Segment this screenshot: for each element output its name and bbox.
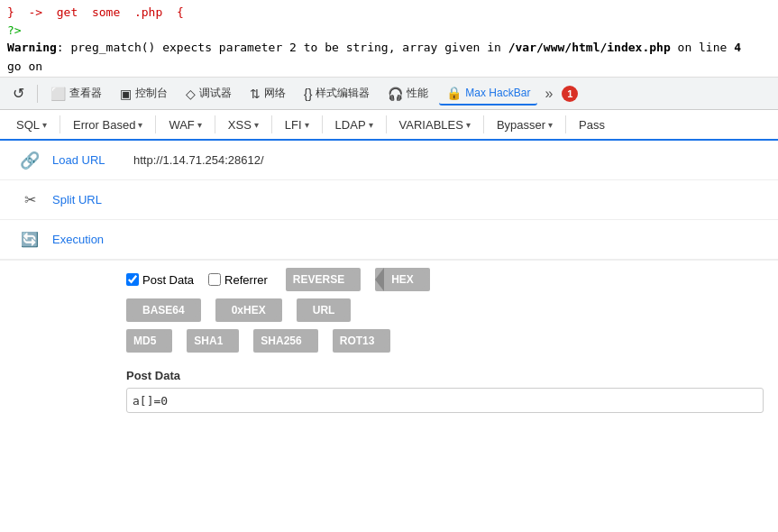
xss-menu[interactable]: XSS ▾ [219,113,268,137]
url-btn[interactable]: URL [297,298,352,322]
console-btn[interactable]: ▣ 控制台 [113,82,175,105]
referrer-checkbox[interactable] [208,273,221,286]
bypasser-arrow: ▾ [548,120,553,130]
more-tools-btn[interactable]: » [541,84,556,104]
error-based-label: Error Based [73,118,135,132]
console-label: 控制台 [135,86,168,101]
menu-sep4 [271,115,272,133]
lfi-menu[interactable]: LFI ▾ [276,113,318,137]
ldap-arrow: ▾ [369,120,373,130]
rot13-label: ROT13 [333,335,382,347]
split-url-icon: ✂ [24,191,36,208]
btn-row-2: BASE64 0xHEX URL [126,298,764,322]
inspector-icon: ⬜ [50,87,66,101]
url-arrow-right [342,298,351,322]
debugger-icon: ◇ [186,87,196,101]
reverse-arrow [352,268,361,291]
warning-line-label: on line [671,41,734,54]
bypasser-label: Bypasser [497,118,545,132]
sha256-arrow [309,329,318,353]
network-label: 网络 [264,86,286,101]
debugger-btn[interactable]: ◇ 调试器 [178,82,239,105]
post-data-btn-label: Post Data [142,273,194,287]
performance-btn[interactable]: 🎧 性能 [380,82,435,105]
toolbar-sep1 [37,85,38,103]
url-label: URL [306,304,343,316]
go-on: go on [7,58,771,76]
network-icon: ⇅ [250,87,261,101]
style-icon: {} [304,87,312,101]
ldap-label: LDAP [335,118,366,132]
bypasser-menu[interactable]: Bypasser ▾ [488,113,562,137]
main-content: 🔗 Load URL ✂ Split URL 🔄 Execution Post … [0,141,778,422]
sha256-label: SHA256 [253,335,308,347]
network-btn[interactable]: ⇅ 网络 [243,82,293,105]
split-url-label[interactable]: Split URL [52,193,133,206]
rot13-arrow [381,329,390,353]
reverse-btn[interactable]: REVERSE [286,268,361,291]
warning-line: Warning: preg_match() expects parameter … [7,39,771,58]
execution-icon: 🔄 [21,231,39,248]
reverse-label: REVERSE [286,273,352,286]
md5-btn[interactable]: MD5 [126,329,172,353]
referrer-btn-label: Referrer [224,273,268,287]
sql-menu[interactable]: SQL ▾ [7,113,56,137]
base64-arrow-right [192,298,201,322]
base64-label: BASE64 [135,304,192,316]
load-url-row: 🔗 Load URL [0,141,778,180]
base64-btn[interactable]: BASE64 [126,298,201,322]
error-based-arrow: ▾ [138,120,142,130]
browser-toolbar: ↺ ⬜ 查看器 ▣ 控制台 ◇ 调试器 ⇅ 网络 {} 样式编辑器 🎧 性能 🔒… [0,78,778,110]
post-data-section-label: Post Data [126,369,764,382]
hex-arrow-left [375,268,384,291]
php-close: ?> [7,22,771,40]
pass-menu[interactable]: Pass [570,113,614,137]
sql-label: SQL [16,118,40,132]
rot13-btn[interactable]: ROT13 [333,329,391,353]
sha1-arrow [230,329,239,353]
referrer-checkbox-label[interactable]: Referrer [208,273,268,287]
menu-sep2 [155,115,156,133]
pass-label: Pass [579,118,605,132]
execution-row: 🔄 Execution [0,220,778,260]
lfi-arrow: ▾ [305,120,309,130]
execution-label[interactable]: Execution [52,233,133,246]
variables-menu[interactable]: VARIABLES ▾ [390,113,480,137]
refresh-icon[interactable]: ↺ [5,81,32,105]
hackbar-btn[interactable]: 🔒 Max HackBar [439,82,537,105]
sha1-btn[interactable]: SHA1 [187,329,239,353]
split-url-row: ✂ Split URL [0,180,778,220]
hex-btn[interactable]: HEX [375,268,430,291]
post-data-checkbox[interactable] [126,273,139,286]
load-url-label[interactable]: Load URL [52,153,133,167]
load-url-icon: 🔗 [20,151,40,170]
error-based-menu[interactable]: Error Based ▾ [64,113,151,137]
code-area: } -> get some .php { ?> Warning: preg_ma… [0,0,778,78]
md5-arrow [163,329,172,353]
inspector-btn[interactable]: ⬜ 查看器 [43,82,109,105]
xss-label: XSS [228,118,252,132]
btn-row-1: Post Data Referrer REVERSE HEX [126,268,764,291]
0xhex-btn[interactable]: 0xHEX [215,298,282,322]
sha256-btn[interactable]: SHA256 [253,329,317,353]
hackbar-icon: 🔒 [446,86,462,100]
inspector-label: 查看器 [69,86,102,101]
warning-line-num: 4 [734,41,741,54]
load-url-input[interactable] [133,153,771,167]
menu-sep7 [483,115,484,133]
waf-menu[interactable]: WAF ▾ [160,113,210,137]
menu-sep3 [215,115,215,133]
style-editor-btn[interactable]: {} 样式编辑器 [297,82,377,105]
md5-label: MD5 [126,335,163,347]
base64-arrow-left [126,298,135,322]
split-url-icon-cell: ✂ [7,191,52,208]
buttons-area: Post Data Referrer REVERSE HEX BASE64 [0,260,778,360]
post-data-checkbox-label[interactable]: Post Data [126,273,194,287]
menu-sep1 [59,115,60,133]
warning-path: /var/www/html/index.php [501,41,671,54]
lfi-label: LFI [285,118,302,132]
hex-label: HEX [384,273,421,286]
post-data-input[interactable] [126,388,764,413]
variables-label: VARIABLES [399,118,463,132]
ldap-menu[interactable]: LDAP ▾ [326,113,382,137]
